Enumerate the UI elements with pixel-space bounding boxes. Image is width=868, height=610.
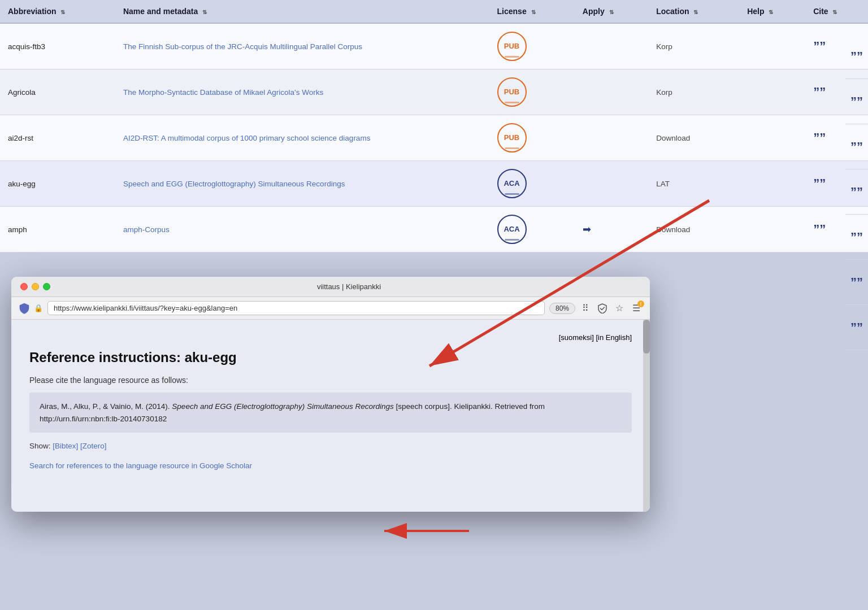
license-cell: PUB: [489, 23, 575, 69]
abbrev-cell: amph: [0, 207, 115, 252]
corpus-table-area: Abbreviation ⇅ Name and metadata ⇅ Licen…: [0, 0, 868, 252]
name-cell[interactable]: The Finnish Sub-corpus of the JRC-Acquis…: [115, 23, 489, 69]
extensions-icon[interactable]: ⠿: [580, 303, 591, 314]
col-header-help[interactable]: Help ⇅: [739, 0, 805, 23]
abbrev-cell: acquis-ftb3: [0, 23, 115, 69]
cite-button[interactable]: ””: [813, 130, 826, 145]
scholar-link[interactable]: Search for references to the language re…: [29, 461, 252, 470]
license-badge-aca: ACA: [497, 169, 527, 198]
license-badge-aca: ACA: [497, 215, 527, 244]
page-heading: Reference instructions: aku-egg: [29, 350, 632, 365]
minimize-button[interactable]: [32, 283, 39, 290]
col-header-name[interactable]: Name and metadata ⇅: [115, 0, 489, 23]
location-cell[interactable]: Download: [648, 207, 739, 252]
col-header-apply[interactable]: Apply ⇅: [575, 0, 648, 23]
name-cell[interactable]: AI2D-RST: A multimodal corpus of 1000 pr…: [115, 115, 489, 161]
browser-toolbar-icons: ⠿ ☆ ☰ !: [580, 303, 642, 314]
cite-button-extra[interactable]: ””: [850, 50, 863, 63]
abbrev-cell: aku-egg: [0, 161, 115, 207]
right-cite-column: ”” ”” ”” ”” ”” ”” ””: [845, 34, 868, 350]
table-header-row: Abbreviation ⇅ Name and metadata ⇅ Licen…: [0, 0, 868, 23]
address-bar-row: 🔒 80% ⠿ ☆ ☰ !: [11, 297, 650, 320]
browser-window: viittaus | Kielipankki 🔒 80% ⠿ ☆ ☰ !: [11, 277, 650, 512]
location-cell[interactable]: LAT: [648, 161, 739, 207]
close-button[interactable]: [20, 283, 28, 290]
login-icon[interactable]: ➡: [583, 224, 591, 235]
license-cell: PUB: [489, 115, 575, 161]
bookmark-icon[interactable]: ☆: [614, 303, 625, 314]
cite-button-extra[interactable]: ””: [850, 276, 863, 289]
table-row: aku-egg Speech and EGG (Electroglottogra…: [0, 161, 868, 207]
sort-icon: ⇅: [693, 9, 698, 15]
table-row: acquis-ftb3 The Finnish Sub-corpus of th…: [0, 23, 868, 69]
scrollbar-thumb[interactable]: [643, 320, 650, 354]
citation-title: Speech and EGG (Electroglottography) Sim…: [172, 402, 393, 411]
cite-button-extra[interactable]: ””: [850, 186, 863, 198]
zotero-link[interactable]: [Zotero]: [80, 442, 107, 450]
cite-button[interactable]: ””: [813, 222, 826, 236]
apply-cell: [575, 69, 648, 115]
cite-button[interactable]: ””: [813, 85, 826, 99]
lock-icon: 🔒: [34, 304, 43, 312]
browser-titlebar: viittaus | Kielipankki: [11, 277, 650, 297]
warning-badge: !: [637, 300, 644, 307]
menu-icon[interactable]: ☰ !: [631, 303, 642, 314]
help-cell: [739, 161, 805, 207]
help-cell: [739, 115, 805, 161]
shield-check-icon[interactable]: [597, 303, 608, 314]
license-badge-pub: PUB: [497, 77, 527, 107]
name-cell[interactable]: The Morpho-Syntactic Database of Mikael …: [115, 69, 489, 115]
corpus-table: Abbreviation ⇅ Name and metadata ⇅ Licen…: [0, 0, 868, 252]
cite-instruction: Please cite the language resource as fol…: [29, 376, 632, 385]
zoom-badge[interactable]: 80%: [549, 303, 575, 314]
sort-icon: ⇅: [609, 9, 614, 15]
abbrev-cell: Agricola: [0, 69, 115, 115]
lang-switcher[interactable]: [suomeksi] [in English]: [29, 333, 632, 342]
cite-button-extra[interactable]: ””: [850, 141, 863, 153]
cite-button-extra[interactable]: ””: [850, 95, 863, 108]
cite-button[interactable]: ””: [813, 176, 826, 190]
citation-text-prefix: Airas, M., Alku, P., & Vainio, M. (2014)…: [40, 402, 172, 411]
table-row: Agricola The Morpho-Syntactic Database o…: [0, 69, 868, 115]
help-cell: [739, 207, 805, 252]
page-scrollbar[interactable]: [643, 320, 650, 512]
help-cell: [739, 23, 805, 69]
corpus-name-link[interactable]: The Morpho-Syntactic Database of Mikael …: [123, 88, 323, 97]
location-cell[interactable]: Korp: [648, 69, 739, 115]
location-cell[interactable]: Korp: [648, 23, 739, 69]
sort-icon: ⇅: [60, 9, 65, 15]
table-row: amph amph-Corpus ACA ➡ Download: [0, 207, 868, 252]
location-cell[interactable]: Download: [648, 115, 739, 161]
name-cell[interactable]: amph-Corpus: [115, 207, 489, 252]
shield-icon: [19, 303, 29, 314]
col-header-abbreviation[interactable]: Abbreviation ⇅: [0, 0, 115, 23]
bibtex-link[interactable]: [Bibtex]: [53, 442, 78, 450]
sort-icon: ⇅: [202, 9, 207, 15]
show-row: Show: [Bibtex] [Zotero]: [29, 442, 632, 450]
help-cell: [739, 69, 805, 115]
corpus-name-link[interactable]: Speech and EGG (Electroglottography) Sim…: [123, 180, 345, 188]
citation-block: Airas, M., Alku, P., & Vainio, M. (2014)…: [29, 393, 632, 433]
cite-button-extra[interactable]: ””: [850, 321, 863, 334]
col-header-license[interactable]: License ⇅: [489, 0, 575, 23]
page-content: [suomeksi] [in English] Reference instru…: [11, 320, 650, 512]
license-badge-pub: PUB: [497, 123, 527, 152]
address-input[interactable]: [47, 301, 545, 315]
table-row: ai2d-rst AI2D-RST: A multimodal corpus o…: [0, 115, 868, 161]
corpus-name-link[interactable]: amph-Corpus: [123, 225, 170, 234]
corpus-name-link[interactable]: The Finnish Sub-corpus of the JRC-Acquis…: [123, 42, 362, 51]
name-cell[interactable]: Speech and EGG (Electroglottography) Sim…: [115, 161, 489, 207]
traffic-lights: [20, 283, 50, 290]
apply-cell: [575, 23, 648, 69]
cite-button[interactable]: ””: [813, 39, 826, 53]
license-cell: ACA: [489, 161, 575, 207]
apply-cell[interactable]: ➡: [575, 207, 648, 252]
apply-cell: [575, 115, 648, 161]
cite-button-extra[interactable]: ””: [850, 231, 863, 243]
corpus-name-link[interactable]: AI2D-RST: A multimodal corpus of 1000 pr…: [123, 134, 370, 142]
license-cell: PUB: [489, 69, 575, 115]
col-header-location[interactable]: Location ⇅: [648, 0, 739, 23]
apply-cell: [575, 161, 648, 207]
col-header-cite[interactable]: Cite ⇅: [805, 0, 868, 23]
maximize-button[interactable]: [43, 283, 50, 290]
